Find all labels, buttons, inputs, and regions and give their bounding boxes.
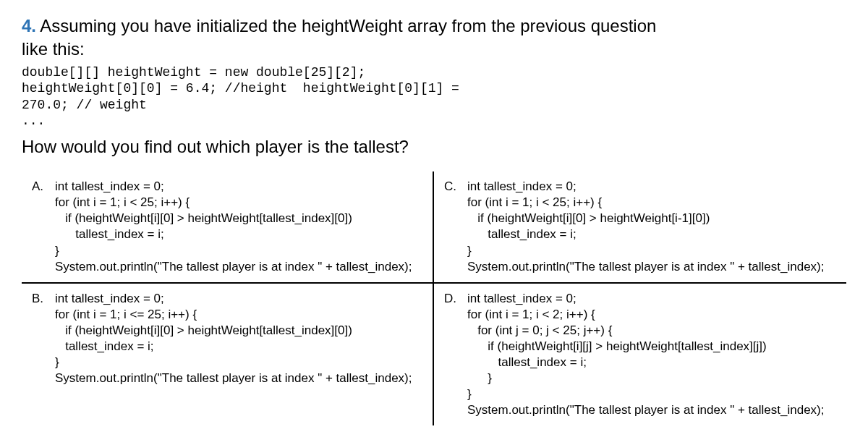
option-letter: B. <box>32 291 45 307</box>
code-line-3: 270.0; // weight <box>22 98 147 112</box>
option-letter: C. <box>444 179 457 195</box>
option-code: int tallest_index = 0; for (int i = 1; i… <box>467 291 825 419</box>
option-letter: D. <box>444 291 457 307</box>
prompt-text-1: Assuming you have initialized the height… <box>36 16 656 35</box>
option-b[interactable]: B. int tallest_index = 0; for (int i = 1… <box>22 284 434 426</box>
code-line-1: double[][] heightWeight = new double[25]… <box>22 65 365 80</box>
code-line-2: heightWeight[0][0] = 6.4; //height heigh… <box>22 81 459 96</box>
option-c[interactable]: C. int tallest_index = 0; for (int i = 1… <box>434 171 846 284</box>
option-code: int tallest_index = 0; for (int i = 1; i… <box>55 291 412 387</box>
question-prompt: 4. Assuming you have initialized the hei… <box>22 14 846 62</box>
answer-grid: A. int tallest_index = 0; for (int i = 1… <box>22 171 846 425</box>
question-number: 4. <box>22 16 36 35</box>
question-followup: How would you find out which player is t… <box>22 135 846 158</box>
option-code: int tallest_index = 0; for (int i = 1; i… <box>55 179 412 275</box>
option-letter: A. <box>32 179 45 195</box>
code-block: double[][] heightWeight = new double[25]… <box>22 64 846 130</box>
option-d[interactable]: D. int tallest_index = 0; for (int i = 1… <box>434 284 846 426</box>
code-line-4: ... <box>22 114 45 128</box>
option-a[interactable]: A. int tallest_index = 0; for (int i = 1… <box>22 171 434 284</box>
option-code: int tallest_index = 0; for (int i = 1; i… <box>467 179 825 275</box>
prompt-text-2: like this: <box>22 39 85 59</box>
